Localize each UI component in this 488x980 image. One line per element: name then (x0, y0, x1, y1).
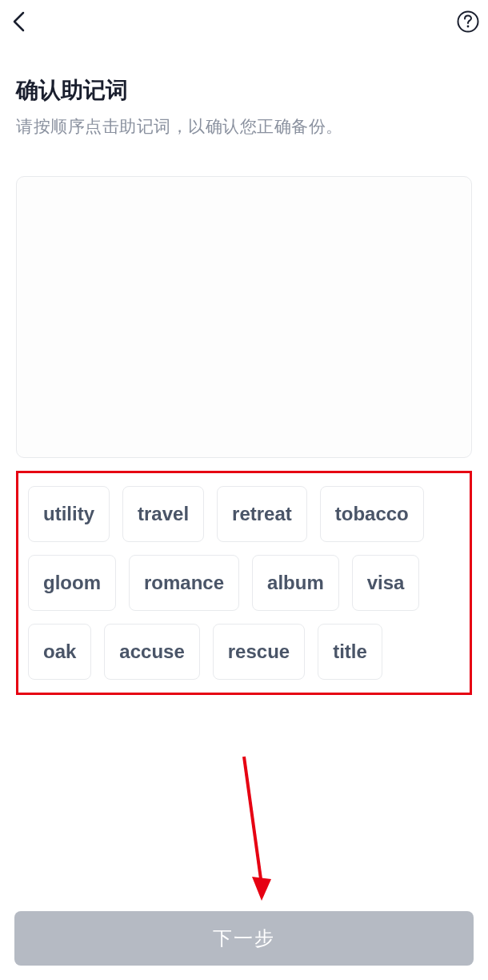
word-chip-oak[interactable]: oak (28, 624, 91, 680)
svg-line-2 (244, 757, 262, 885)
word-chip-utility[interactable]: utility (28, 486, 110, 542)
page-subtitle: 请按顺序点击助记词，以确认您正确备份。 (16, 115, 472, 138)
word-chip-gloom[interactable]: gloom (28, 555, 116, 611)
next-button[interactable]: 下一步 (14, 911, 474, 966)
word-chip-rescue[interactable]: rescue (213, 624, 305, 680)
svg-marker-3 (252, 877, 271, 901)
word-chip-travel[interactable]: travel (122, 486, 204, 542)
question-circle-icon (457, 10, 479, 33)
page-title: 确认助记词 (16, 75, 472, 106)
word-chip-title[interactable]: title (318, 624, 382, 680)
arrow-annotation-icon (236, 753, 284, 913)
svg-point-1 (467, 26, 470, 28)
main-content: 确认助记词 请按顺序点击助记词，以确认您正确备份。 utility travel… (0, 43, 488, 695)
help-button[interactable] (456, 10, 480, 34)
words-row: oak accuse rescue title (28, 624, 460, 680)
words-row: utility travel retreat tobacco (28, 486, 460, 542)
word-chip-tobacco[interactable]: tobacco (320, 486, 424, 542)
word-chip-visa[interactable]: visa (352, 555, 420, 611)
word-chip-album[interactable]: album (252, 555, 339, 611)
words-row: gloom romance album visa (28, 555, 460, 611)
chevron-left-icon (11, 10, 27, 33)
back-button[interactable] (8, 10, 30, 33)
word-chip-romance[interactable]: romance (129, 555, 239, 611)
word-chip-retreat[interactable]: retreat (217, 486, 307, 542)
selected-words-area[interactable] (16, 176, 472, 458)
mnemonic-words-container: utility travel retreat tobacco gloom rom… (16, 471, 472, 695)
word-chip-accuse[interactable]: accuse (104, 624, 199, 680)
header-bar (0, 0, 488, 43)
